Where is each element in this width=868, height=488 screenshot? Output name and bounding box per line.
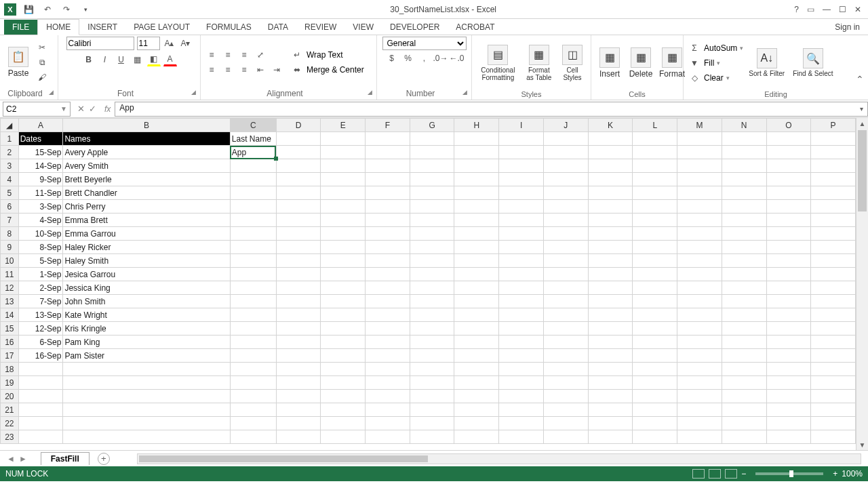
cell[interactable] (366, 349, 410, 363)
format-cells-button[interactable]: ▦Format (658, 46, 686, 80)
cell[interactable] (410, 430, 454, 444)
cell[interactable] (63, 430, 230, 444)
cell[interactable] (499, 186, 544, 200)
cell[interactable] (366, 132, 410, 146)
column-header[interactable]: L (633, 119, 677, 132)
fx-icon[interactable]: fx (100, 104, 115, 114)
cell[interactable] (276, 349, 321, 363)
cell[interactable] (454, 349, 499, 363)
cell[interactable] (677, 295, 722, 308)
cell[interactable] (543, 430, 588, 444)
cell[interactable] (230, 295, 276, 308)
cell[interactable] (811, 227, 856, 241)
cell[interactable] (366, 146, 410, 159)
cell[interactable]: 8-Sep (18, 241, 63, 254)
cell[interactable] (588, 200, 633, 214)
cell[interactable]: 6-Sep (18, 336, 63, 349)
cell[interactable] (321, 227, 366, 241)
cell[interactable] (366, 159, 410, 173)
cell[interactable] (722, 227, 766, 241)
cell[interactable] (722, 200, 766, 214)
cell[interactable] (543, 336, 588, 349)
cell[interactable] (230, 173, 276, 186)
cell[interactable] (811, 308, 856, 322)
cell[interactable] (633, 390, 677, 403)
merge-center-button[interactable]: ⬌Merge & Center (290, 63, 364, 77)
cell[interactable]: Jessica King (63, 281, 230, 295)
cell[interactable] (588, 349, 633, 363)
column-header[interactable]: D (276, 119, 321, 132)
cell[interactable]: Kris Kringle (63, 322, 230, 336)
row-header[interactable]: 3 (1, 159, 19, 173)
cell[interactable] (633, 214, 677, 227)
cell[interactable] (633, 281, 677, 295)
cell[interactable] (811, 186, 856, 200)
cell[interactable] (722, 308, 766, 322)
cell[interactable] (811, 254, 856, 268)
row-header[interactable]: 10 (1, 254, 19, 268)
cell[interactable] (543, 227, 588, 241)
cell[interactable] (588, 254, 633, 268)
copy-icon[interactable]: ⧉ (35, 56, 49, 69)
cell[interactable] (499, 349, 544, 363)
cell[interactable] (454, 308, 499, 322)
cell[interactable] (410, 295, 454, 308)
cell[interactable] (499, 132, 544, 146)
cell[interactable] (588, 403, 633, 417)
tab-developer[interactable]: DEVELOPER (382, 20, 448, 35)
cell[interactable] (18, 403, 63, 417)
cell[interactable] (454, 214, 499, 227)
cell[interactable] (811, 430, 856, 444)
cell[interactable] (677, 281, 722, 295)
insert-cells-button[interactable]: ▦Insert (595, 46, 624, 80)
signin-link[interactable]: Sign in (827, 20, 868, 35)
cell[interactable] (499, 214, 544, 227)
cell[interactable] (722, 363, 766, 376)
cell[interactable] (321, 390, 366, 403)
cell[interactable] (230, 159, 276, 173)
cell[interactable] (63, 376, 230, 390)
cell[interactable] (588, 295, 633, 308)
wrap-text-button[interactable]: ↵Wrap Text (290, 48, 364, 62)
cell[interactable] (722, 254, 766, 268)
cell[interactable] (410, 308, 454, 322)
cell[interactable] (588, 146, 633, 159)
row-header[interactable]: 7 (1, 214, 19, 227)
cell[interactable] (230, 281, 276, 295)
name-box[interactable]: C2▼ (3, 102, 71, 117)
cell[interactable]: Jesica Garrou (63, 268, 230, 281)
cell[interactable] (276, 173, 321, 186)
cell[interactable] (410, 254, 454, 268)
cell[interactable] (633, 403, 677, 417)
cell[interactable] (766, 173, 811, 186)
cell[interactable] (410, 159, 454, 173)
cell[interactable] (276, 403, 321, 417)
cell[interactable] (454, 146, 499, 159)
cell[interactable] (18, 363, 63, 376)
bold-button[interactable]: B (82, 53, 96, 66)
cell[interactable] (321, 336, 366, 349)
cell[interactable] (499, 173, 544, 186)
cell[interactable] (321, 268, 366, 281)
cell[interactable] (18, 417, 63, 430)
row-header[interactable]: 20 (1, 390, 19, 403)
cell[interactable] (677, 159, 722, 173)
row-header[interactable]: 14 (1, 308, 19, 322)
cell[interactable] (499, 281, 544, 295)
cell[interactable]: Brett Beyerle (63, 173, 230, 186)
cell[interactable]: Pam King (63, 336, 230, 349)
page-layout-view-icon[interactable] (709, 469, 721, 479)
cell[interactable] (366, 241, 410, 254)
cell[interactable] (321, 241, 366, 254)
cell[interactable] (321, 146, 366, 159)
column-header[interactable]: G (410, 119, 454, 132)
paste-button[interactable]: 📋Paste (4, 45, 33, 79)
cell[interactable] (18, 376, 63, 390)
cell[interactable] (410, 173, 454, 186)
cell[interactable] (366, 390, 410, 403)
tab-acrobat[interactable]: ACROBAT (448, 20, 502, 35)
column-header[interactable]: A (18, 119, 63, 132)
cell[interactable] (276, 132, 321, 146)
cell[interactable]: John Smith (63, 295, 230, 308)
cell[interactable] (722, 186, 766, 200)
